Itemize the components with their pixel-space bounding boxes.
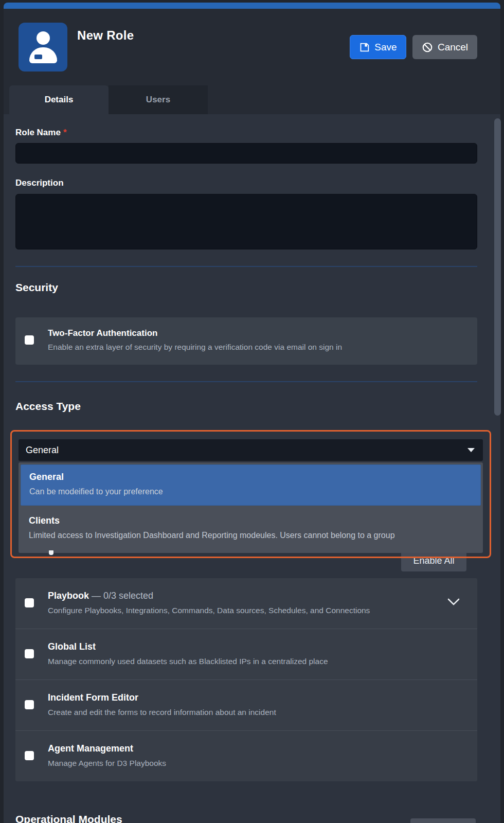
description-textarea[interactable] xyxy=(15,194,477,249)
module-title: Playbook xyxy=(48,591,89,601)
expand-chevron-icon[interactable] xyxy=(447,598,460,607)
module-row-playbook: Playbook — 0/3 selected Configure Playbo… xyxy=(15,578,477,629)
module-row-global-list: Global List Manage commonly used dataset… xyxy=(15,629,477,679)
access-type-heading: Access Type xyxy=(15,400,477,413)
incident-form-editor-checkbox[interactable] xyxy=(25,700,34,709)
cancel-button[interactable]: Cancel xyxy=(412,35,477,59)
agent-management-checkbox[interactable] xyxy=(25,751,34,760)
two-factor-card: Two-Factor Authentication Enable an extr… xyxy=(15,317,477,365)
chevron-down-icon xyxy=(467,448,475,452)
two-factor-description: Enable an extra layer of security by req… xyxy=(48,343,342,352)
role-name-label: Role Name* xyxy=(15,128,477,138)
divider xyxy=(15,266,477,267)
new-role-dialog: New Role Save Cancel xyxy=(4,3,500,823)
required-asterisk: * xyxy=(63,128,67,137)
option-general[interactable]: General Can be modeified to your prefere… xyxy=(21,464,481,506)
save-floppy-icon xyxy=(359,42,370,52)
module-title: Agent Management xyxy=(48,743,468,754)
dialog-header: New Role Save Cancel xyxy=(4,9,500,85)
divider xyxy=(15,381,477,382)
top-accent-bar xyxy=(4,3,500,9)
operational-modules-section: Operational Modules Enable All xyxy=(15,813,477,823)
details-panel: Role Name* Description Security Two-Fact… xyxy=(4,114,500,823)
enable-all-button-operational[interactable]: Enable All xyxy=(410,818,476,823)
module-description: Manage Agents for D3 Playbooks xyxy=(48,759,468,768)
option-clients[interactable]: Clients Limited access to Investigation … xyxy=(21,506,481,552)
save-button[interactable]: Save xyxy=(350,35,406,59)
global-list-checkbox[interactable] xyxy=(25,649,34,658)
module-title: Global List xyxy=(48,641,468,652)
module-description: Manage commonly used datasets such as Bl… xyxy=(48,657,468,666)
role-avatar xyxy=(19,23,67,71)
two-factor-title: Two-Factor Authentication xyxy=(48,328,342,338)
access-type-dropdown: General General Can be modeified to your… xyxy=(10,430,491,558)
page-title: New Role xyxy=(77,28,134,43)
system-modules-list: Playbook — 0/3 selected Configure Playbo… xyxy=(15,578,477,781)
module-title: Incident Form Editor xyxy=(48,692,468,703)
tab-details[interactable]: Details xyxy=(9,85,109,114)
security-heading: Security xyxy=(15,281,477,294)
scrollbar-thumb[interactable] xyxy=(494,118,501,416)
module-description: Configure Playbooks, Integrations, Comma… xyxy=(48,606,440,615)
playbook-checkbox[interactable] xyxy=(25,598,34,607)
module-row-agent-management: Agent Management Manage Agents for D3 Pl… xyxy=(15,730,477,781)
tab-users[interactable]: Users xyxy=(109,85,208,114)
tab-bar: Details Users xyxy=(4,85,500,114)
description-label: Description xyxy=(15,178,477,188)
cancel-slash-icon xyxy=(422,42,433,53)
module-row-incident-form-editor: Incident Form Editor Create and edit the… xyxy=(15,679,477,730)
role-name-input[interactable] xyxy=(15,143,477,164)
access-type-options-list: General Can be modeified to your prefere… xyxy=(19,462,483,553)
header-actions: Save Cancel xyxy=(350,35,477,59)
access-type-select[interactable]: General xyxy=(19,439,483,461)
module-selected-count: — 0/3 selected xyxy=(92,591,153,601)
operational-modules-heading: Operational Modules xyxy=(15,813,477,823)
access-type-selected-value: General xyxy=(26,445,59,456)
module-description: Create and edit the forms to record info… xyxy=(48,708,468,717)
two-factor-checkbox[interactable] xyxy=(25,335,34,345)
occluded-heading-fragment xyxy=(49,550,53,555)
